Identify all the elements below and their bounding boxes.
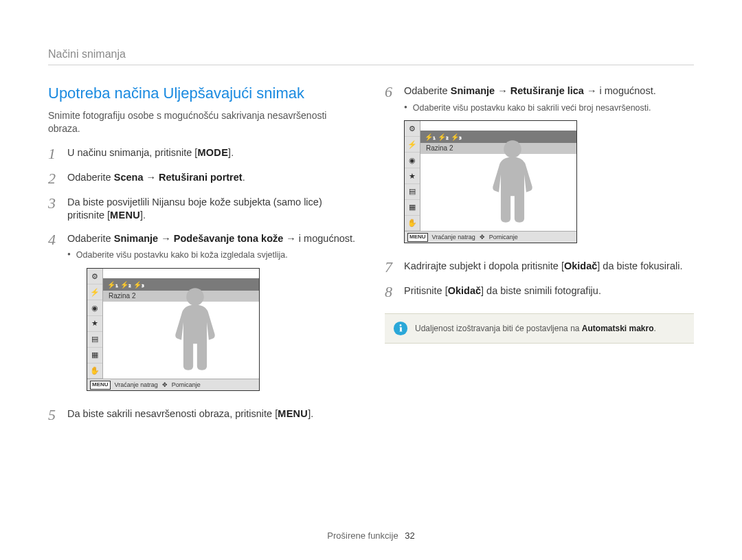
step3-text-b: ]. — [140, 210, 146, 221]
steps-left: U načinu snimanja, pritisnite [MODE]. Od… — [48, 146, 357, 423]
lcd-side-icon: ★ — [87, 316, 102, 332]
step4-bold: Snimanje → Podešavanje tona kože → — [114, 233, 296, 244]
lcd-side-icon: ⚡ — [405, 137, 420, 153]
svg-point-0 — [186, 289, 204, 306]
lcd-back-label: Vraćanje natrag — [432, 233, 475, 241]
lcd-side-icon: ✋ — [87, 363, 102, 379]
step6-bullet: Odaberite višu postavku kako bi sakrili … — [404, 102, 694, 114]
step2-text: Odaberite — [67, 172, 114, 183]
step4-text: Odaberite — [67, 233, 114, 244]
camera-lcd-left: ⚙ ⚡ ◉ ★ ▤ ▦ ✋ ⚡₁ ⚡₂ ⚡₃ — [87, 268, 260, 391]
menu-tag: MENU — [90, 381, 111, 390]
step7-text-b: ] da biste fokusirali. — [597, 260, 682, 271]
svg-point-1 — [504, 141, 521, 159]
note-text: Udaljenost izoštravanja biti će postavlj… — [415, 324, 582, 333]
menu-key: MENU — [110, 210, 140, 221]
mode-key: MODE — [197, 147, 228, 158]
step4-bullet: Odaberite višu postavku kako bi koža izg… — [67, 249, 357, 261]
nav-icon: ✥ — [480, 233, 485, 241]
lcd-move-label: Pomicanje — [489, 233, 518, 241]
lcd-side-icon: ◉ — [87, 300, 102, 316]
step1-text: U načinu snimanja, pritisnite [ — [67, 147, 197, 158]
lcd-side-icon: ⚙ — [405, 121, 420, 137]
footer-section: Proširene funkcije — [327, 530, 398, 541]
step8-text-b: ] da biste snimili fotografiju. — [481, 285, 601, 296]
level-icons: ⚡₁ ⚡₂ ⚡₃ — [103, 280, 144, 290]
lcd-side-icon: ★ — [405, 168, 420, 184]
shutter-key-2: Okidač — [448, 285, 481, 296]
lcd-side-icon: ✋ — [405, 216, 420, 232]
lcd-side-icon: ⚡ — [87, 284, 102, 300]
lcd-side-icon: ▤ — [405, 184, 420, 200]
lcd-move-label: Pomicanje — [172, 381, 201, 389]
step6-bold: Snimanje → Retuširanje lica → — [451, 85, 597, 96]
lcd-side-icon: ▤ — [87, 332, 102, 348]
person-silhouette-icon — [482, 137, 543, 225]
step5-text: Da biste sakrili nesavršenosti obraza, p… — [67, 408, 278, 419]
step7-text: Kadrirajte subjekt i dopola pritisnite [ — [404, 260, 564, 271]
step3-text: Da biste posvijetlili Nijansu boje kože … — [67, 197, 322, 221]
step1-text-b: ]. — [228, 147, 234, 158]
step2-bold: Scena → Retuširani portret — [114, 172, 243, 183]
lcd-side-icon: ◉ — [405, 153, 420, 168]
intro-text: Snimite fotografiju osobe s mogućnošću s… — [48, 109, 357, 135]
note-box: Udaljenost izoštravanja biti će postavlj… — [385, 313, 694, 344]
menu-tag: MENU — [407, 233, 428, 242]
breadcrumb: Načini snimanja — [48, 48, 694, 65]
step6-text-c: i mogućnost. — [596, 85, 655, 96]
camera-lcd-right: ⚙ ⚡ ◉ ★ ▤ ▦ ✋ ⚡₁ ⚡₂ ⚡₃ — [404, 120, 577, 243]
step4-text-c: i mogućnost. — [296, 233, 355, 244]
note-bold: Automatski makro — [582, 324, 654, 333]
page-footer: Proširene funkcije 32 — [0, 530, 742, 541]
lcd-footer: MENU Vraćanje natrag ✥ Pomicanje — [405, 231, 576, 243]
lcd-sidebar: ⚙ ⚡ ◉ ★ ▤ ▦ ✋ — [87, 269, 103, 379]
step5-text-b: ]. — [308, 408, 313, 419]
lcd-back-label: Vraćanje natrag — [115, 381, 158, 389]
step6-text: Odaberite — [404, 85, 451, 96]
lcd-side-icon: ⚙ — [87, 269, 102, 284]
info-icon — [393, 321, 408, 336]
menu-key-2: MENU — [278, 408, 308, 419]
page-number: 32 — [405, 530, 414, 541]
lcd-sidebar: ⚙ ⚡ ◉ ★ ▤ ▦ ✋ — [405, 121, 420, 231]
steps-right: Odaberite Snimanje → Retuširanje lica → … — [385, 85, 694, 300]
person-silhouette-icon — [164, 285, 226, 373]
lcd-footer: MENU Vraćanje natrag ✥ Pomicanje — [87, 379, 259, 390]
step8-text: Pritisnite [ — [404, 285, 448, 296]
step2-text-c: . — [243, 172, 245, 183]
nav-icon: ✥ — [162, 381, 168, 389]
note-text-c: . — [654, 324, 656, 333]
shutter-key: Okidač — [564, 260, 597, 271]
level-icons: ⚡₁ ⚡₂ ⚡₃ — [420, 133, 462, 142]
page-title: Upotreba načina Uljepšavajući snimak — [48, 85, 357, 102]
lcd-side-icon: ▦ — [405, 200, 420, 216]
lcd-side-icon: ▦ — [87, 348, 102, 363]
